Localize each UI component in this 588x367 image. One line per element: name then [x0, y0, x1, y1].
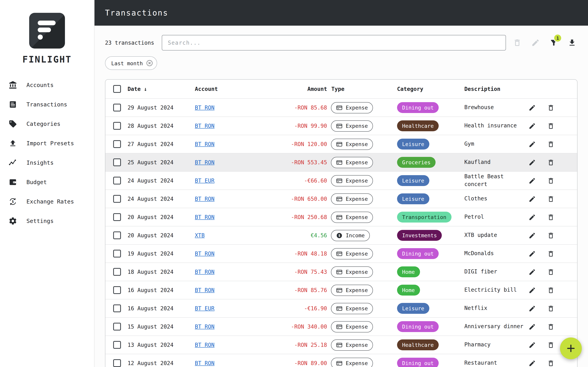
category-chip: Leisure [397, 139, 429, 150]
row-checkbox[interactable] [113, 158, 121, 166]
table-row[interactable]: 12 August 2024 BT RON -RON 89.00 $ Expen… [105, 354, 577, 367]
row-checkbox[interactable] [113, 122, 121, 130]
row-checkbox[interactable] [113, 323, 121, 331]
account-link[interactable]: BT RON [195, 104, 215, 111]
select-all-checkbox[interactable] [113, 85, 121, 93]
delete-row-icon[interactable] [547, 159, 554, 166]
column-header-description[interactable]: Description [464, 86, 528, 92]
account-link[interactable]: BT RON [195, 141, 215, 147]
download-icon[interactable] [568, 38, 576, 47]
table-row[interactable]: 27 August 2024 BT RON -RON 120.00 $ Expe… [105, 135, 577, 153]
column-header-date[interactable]: Date↓ [128, 86, 195, 92]
edit-row-icon[interactable] [528, 177, 536, 184]
table-row[interactable]: 15 August 2024 BT RON -RON 340.00 $ Expe… [105, 317, 577, 335]
table-row[interactable]: 20 August 2024 BT RON -RON 250.68 $ Expe… [105, 208, 577, 226]
row-checkbox[interactable] [113, 341, 121, 349]
edit-row-icon[interactable] [528, 359, 536, 367]
row-checkbox[interactable] [113, 104, 121, 111]
gear-icon [9, 217, 17, 225]
edit-row-icon[interactable] [528, 159, 536, 166]
account-link[interactable]: BT EUR [195, 177, 215, 184]
account-link[interactable]: BT RON [195, 342, 215, 348]
row-checkbox[interactable] [113, 359, 121, 367]
table-row[interactable]: 16 August 2024 BT RON -RON 85.76 $ Expen… [105, 281, 577, 299]
row-checkbox[interactable] [113, 286, 121, 294]
sidebar-item-categories[interactable]: Categories [0, 114, 94, 133]
row-checkbox[interactable] [113, 268, 121, 276]
sidebar-item-insights[interactable]: Insights [0, 153, 94, 172]
search-input[interactable] [162, 35, 506, 50]
delete-row-icon[interactable] [547, 286, 554, 294]
table-row[interactable]: 29 August 2024 BT RON -RON 85.68 $ Expen… [105, 98, 577, 117]
sidebar-item-settings[interactable]: Settings [0, 211, 94, 231]
add-transaction-button[interactable] [560, 337, 582, 359]
edit-row-icon[interactable] [528, 341, 536, 349]
delete-row-icon[interactable] [547, 250, 554, 257]
sidebar-item-transactions[interactable]: Transactions [0, 95, 94, 114]
row-checkbox[interactable] [113, 140, 121, 148]
edit-row-icon[interactable] [528, 104, 536, 111]
delete-row-icon[interactable] [547, 140, 554, 148]
edit-row-icon[interactable] [528, 268, 536, 275]
edit-row-icon[interactable] [528, 250, 536, 257]
row-checkbox[interactable] [113, 304, 121, 312]
sidebar-item-accounts[interactable]: Accounts [0, 75, 94, 95]
delete-row-icon[interactable] [547, 104, 554, 111]
edit-row-icon[interactable] [528, 305, 536, 312]
delete-row-icon[interactable] [547, 359, 554, 367]
upload-icon [9, 139, 17, 148]
delete-row-icon[interactable] [547, 213, 554, 221]
account-link[interactable]: BT RON [195, 324, 215, 330]
delete-row-icon[interactable] [547, 323, 554, 330]
edit-row-icon[interactable] [528, 213, 536, 221]
row-checkbox[interactable] [113, 177, 121, 184]
account-link[interactable]: BT RON [195, 360, 215, 366]
account-link[interactable]: BT RON [195, 123, 215, 129]
row-checkbox[interactable] [113, 232, 121, 239]
edit-row-icon[interactable] [528, 122, 536, 130]
account-link[interactable]: BT RON [195, 196, 215, 202]
table-row[interactable]: 16 August 2024 BT EUR -€16.90 $ Expense … [105, 299, 577, 317]
column-header-account[interactable]: Account [195, 86, 277, 92]
delete-row-icon[interactable] [547, 305, 554, 312]
account-link[interactable]: BT RON [195, 269, 215, 275]
table-row[interactable]: 20 August 2024 XTB €4.56 $ Income Invest… [105, 226, 577, 244]
delete-row-icon[interactable] [547, 195, 554, 202]
row-checkbox[interactable] [113, 213, 121, 221]
row-checkbox[interactable] [113, 195, 121, 203]
account-link[interactable]: BT RON [195, 250, 215, 257]
table-row[interactable]: 28 August 2024 BT RON -RON 99.90 $ Expen… [105, 117, 577, 135]
edit-row-icon[interactable] [528, 195, 536, 202]
table-row[interactable]: 25 August 2024 BT RON -RON 553.45 $ Expe… [105, 153, 577, 171]
edit-row-icon[interactable] [528, 232, 536, 239]
filter-icon[interactable]: 1 [550, 38, 558, 47]
table-row[interactable]: 19 August 2024 BT RON -RON 48.18 $ Expen… [105, 244, 577, 263]
sidebar-item-budget[interactable]: Budget [0, 172, 94, 192]
column-header-amount[interactable]: Amount [277, 86, 327, 92]
delete-row-icon[interactable] [547, 232, 554, 239]
delete-row-icon[interactable] [547, 341, 554, 349]
table-row[interactable]: 24 August 2024 BT RON -RON 650.00 $ Expe… [105, 190, 577, 208]
row-amount: -RON 120.00 [277, 141, 327, 147]
edit-row-icon[interactable] [528, 323, 536, 330]
table-row[interactable]: 24 August 2024 BT EUR -€66.60 $ Expense … [105, 171, 577, 190]
account-link[interactable]: BT EUR [195, 305, 215, 311]
edit-row-icon[interactable] [528, 286, 536, 294]
table-row[interactable]: 13 August 2024 BT RON -RON 25.18 $ Expen… [105, 335, 577, 354]
delete-row-icon[interactable] [547, 268, 554, 275]
account-link[interactable]: BT RON [195, 159, 215, 166]
row-checkbox[interactable] [113, 250, 121, 258]
edit-row-icon[interactable] [528, 140, 536, 148]
table-row[interactable]: 18 August 2024 BT RON -RON 75.43 $ Expen… [105, 263, 577, 281]
account-link[interactable]: XTB [195, 232, 205, 238]
column-header-category[interactable]: Category [397, 86, 464, 92]
account-link[interactable]: BT RON [195, 214, 215, 220]
remove-filter-icon[interactable] [146, 59, 153, 67]
column-header-type[interactable]: Type [331, 86, 397, 92]
delete-row-icon[interactable] [547, 177, 554, 184]
sidebar-item-import-presets[interactable]: Import Presets [0, 133, 94, 153]
delete-row-icon[interactable] [547, 122, 554, 130]
row-date: 28 August 2024 [128, 123, 195, 129]
sidebar-item-exchange-rates[interactable]: $ Exchange Rates [0, 192, 94, 211]
account-link[interactable]: BT RON [195, 287, 215, 293]
